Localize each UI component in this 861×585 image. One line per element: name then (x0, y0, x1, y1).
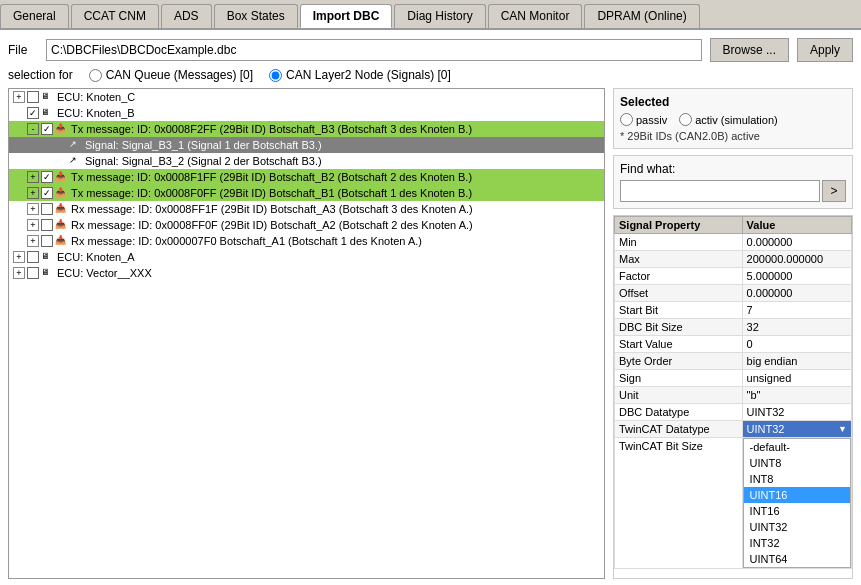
option1-radio[interactable] (89, 69, 102, 82)
tree-row-ecu-b[interactable]: 🖥 ECU: Knoten_B (9, 105, 604, 121)
rx-icon-a1: 📥 (55, 235, 69, 247)
expand-ecu-vector[interactable]: + (13, 267, 25, 279)
tab-box-states[interactable]: Box States (214, 4, 298, 28)
option-uint16[interactable]: UINT16 (744, 487, 850, 503)
activ-label: activ (simulation) (695, 114, 778, 126)
apply-button[interactable]: Apply (797, 38, 853, 62)
tab-ads[interactable]: ADS (161, 4, 212, 28)
signal-icon-b3-2: ↗ (69, 155, 83, 167)
activ-option[interactable]: activ (simulation) (679, 113, 778, 126)
selected-title: Selected (620, 95, 846, 109)
rx-a1-text: Rx message: ID: 0x000007F0 Botschaft_A1 … (71, 235, 422, 247)
tab-can-monitor[interactable]: CAN Monitor (488, 4, 583, 28)
tree-row-ecu-c[interactable]: + 🖥 ECU: Knoten_C (9, 89, 604, 105)
expand-tx-b2[interactable]: + (27, 171, 39, 183)
tree-row-rx-a2[interactable]: + 📥 Rx message: ID: 0x0008FF0F (29Bit ID… (9, 217, 604, 233)
option1-label[interactable]: CAN Queue (Messages) [0] (89, 68, 253, 82)
prop-sign-value: unsigned (742, 370, 851, 387)
browse-button[interactable]: Browse ... (710, 38, 789, 62)
prop-startval-label: Start Value (615, 336, 743, 353)
prop-startbit-label: Start Bit (615, 302, 743, 319)
prop-min-label: Min (615, 234, 743, 251)
ecu-vector-text: ECU: Vector__XXX (57, 267, 152, 279)
cb-ecu-c[interactable] (27, 91, 39, 103)
tree-row-tx-b1[interactable]: + 📤 Tx message: ID: 0x0008F0FF (29Bit ID… (9, 185, 604, 201)
cb-tx-b3[interactable] (41, 123, 53, 135)
expand-rx-a2[interactable]: + (27, 219, 39, 231)
prop-unit-value: "b" (742, 387, 851, 404)
signal-b3-2-text: Signal: Signal_B3_2 (Signal 2 der Botsch… (85, 155, 322, 167)
prop-offset-label: Offset (615, 285, 743, 302)
prop-dbcdatatype-label: DBC Datatype (615, 404, 743, 421)
twincat-datatype-dropdown[interactable]: UINT32 ▼ (743, 421, 851, 437)
expand-rx-a1[interactable]: + (27, 235, 39, 247)
cb-rx-a1[interactable] (41, 235, 53, 247)
twincat-datatype-selected: UINT32 (747, 423, 785, 435)
find-row: > (620, 180, 846, 202)
tx-icon-b2: 📤 (55, 171, 69, 183)
tree-row-ecu-a[interactable]: + 🖥 ECU: Knoten_A (9, 249, 604, 265)
expand-ecu-a[interactable]: + (13, 251, 25, 263)
option-int32[interactable]: INT32 (744, 535, 850, 551)
prop-row-twincatbitsize[interactable]: TwinCAT Bit Size -default- UINT8 INT8 UI… (615, 438, 852, 569)
tree-row-tx-b2[interactable]: + 📤 Tx message: ID: 0x0008F1FF (29Bit ID… (9, 169, 604, 185)
tree-row-rx-a3[interactable]: + 📥 Rx message: ID: 0x0008FF1F (29Bit ID… (9, 201, 604, 217)
tree-row-signal-b3-1[interactable]: ↗ Signal: Signal_B3_1 (Signal 1 der Bots… (9, 137, 604, 153)
find-input[interactable] (620, 180, 820, 202)
find-button[interactable]: > (822, 180, 846, 202)
selection-label: selection for (8, 68, 73, 82)
option-int8[interactable]: INT8 (744, 471, 850, 487)
cb-tx-b2[interactable] (41, 171, 53, 183)
cb-ecu-a[interactable] (27, 251, 39, 263)
cb-rx-a3[interactable] (41, 203, 53, 215)
prop-row-offset: Offset 0.000000 (615, 285, 852, 302)
ecu-icon-vector: 🖥 (41, 267, 55, 279)
right-pane: Selected passiv activ (simulation) * 29B… (613, 88, 853, 579)
option2-label[interactable]: CAN Layer2 Node (Signals) [0] (269, 68, 451, 82)
prop-max-value: 200000.000000 (742, 251, 851, 268)
file-path-input[interactable] (46, 39, 702, 61)
expand-rx-a3[interactable]: + (27, 203, 39, 215)
tab-general[interactable]: General (0, 4, 69, 28)
rx-a2-text: Rx message: ID: 0x0008FF0F (29Bit ID) Bo… (71, 219, 473, 231)
tab-ccat-cnm[interactable]: CCAT CNM (71, 4, 159, 28)
cb-ecu-vector[interactable] (27, 267, 39, 279)
cb-rx-a2[interactable] (41, 219, 53, 231)
signal-b3-1-text: Signal: Signal_B3_1 (Signal 1 der Botsch… (85, 139, 322, 151)
passiv-radio[interactable] (620, 113, 633, 126)
prop-row-min: Min 0.000000 (615, 234, 852, 251)
tab-import-dbc[interactable]: Import DBC (300, 4, 393, 28)
prop-twincatdatatype-value[interactable]: UINT32 ▼ (742, 421, 851, 438)
option2-radio[interactable] (269, 69, 282, 82)
activ-radio[interactable] (679, 113, 692, 126)
signal-icon-b3-1: ↗ (69, 139, 83, 151)
option-uint8[interactable]: UINT8 (744, 455, 850, 471)
dropdown-arrow-icon: ▼ (838, 424, 847, 434)
tx-icon-b3: 📤 (55, 123, 69, 135)
prop-row-twincatdatatype[interactable]: TwinCAT Datatype UINT32 ▼ (615, 421, 852, 438)
tree-row-ecu-vector[interactable]: + 🖥 ECU: Vector__XXX (9, 265, 604, 281)
option-int16[interactable]: INT16 (744, 503, 850, 519)
tab-diag-history[interactable]: Diag History (394, 4, 485, 28)
prop-row-byteorder: Byte Order big endian (615, 353, 852, 370)
tree-row-rx-a1[interactable]: + 📥 Rx message: ID: 0x000007F0 Botschaft… (9, 233, 604, 249)
option-uint64[interactable]: UINT64 (744, 551, 850, 567)
tab-dpram[interactable]: DPRAM (Online) (584, 4, 699, 28)
ecu-b-text: ECU: Knoten_B (57, 107, 135, 119)
expand-tx-b1[interactable]: + (27, 187, 39, 199)
option-default[interactable]: -default- (744, 439, 850, 455)
panes: + 🖥 ECU: Knoten_C 🖥 ECU: Knoten_B - 📤 Tx… (8, 88, 853, 579)
tree-row-tx-b3[interactable]: - 📤 Tx message: ID: 0x0008F2FF (29Bit ID… (9, 121, 604, 137)
prop-dbcbitsize-value: 32 (742, 319, 851, 336)
prop-twincatbitsize-dropdown-cell[interactable]: -default- UINT8 INT8 UINT16 INT16 UINT32… (742, 438, 851, 569)
tree-row-signal-b3-2[interactable]: ↗ Signal: Signal_B3_2 (Signal 2 der Bots… (9, 153, 604, 169)
passiv-option[interactable]: passiv (620, 113, 667, 126)
cb-ecu-b[interactable] (27, 107, 39, 119)
prop-min-value: 0.000000 (742, 234, 851, 251)
ecu-icon-a: 🖥 (41, 251, 55, 263)
expand-ecu-c[interactable]: + (13, 91, 25, 103)
option-uint32[interactable]: UINT32 (744, 519, 850, 535)
cb-tx-b1[interactable] (41, 187, 53, 199)
prop-byteorder-value: big endian (742, 353, 851, 370)
expand-tx-b3[interactable]: - (27, 123, 39, 135)
